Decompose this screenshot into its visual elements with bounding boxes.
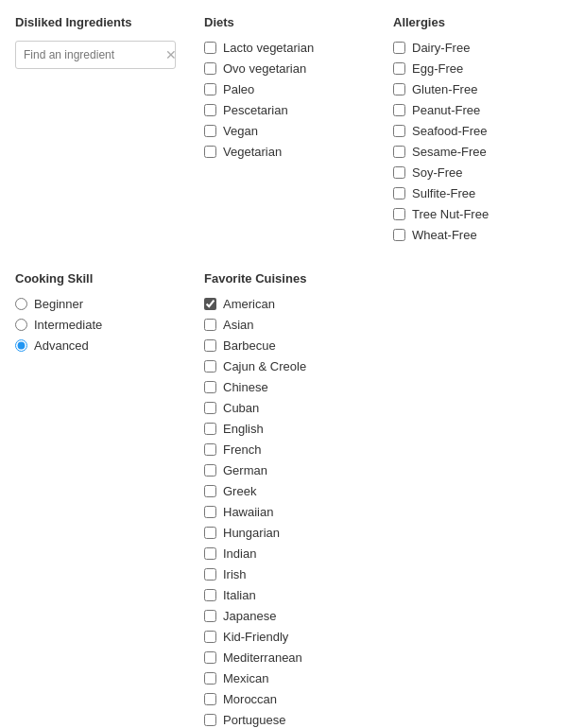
diet-checkbox-0[interactable]	[204, 42, 216, 54]
allergies-list: Dairy-FreeEgg-FreeGluten-FreePeanut-Free…	[393, 41, 567, 242]
diet-checkbox-3[interactable]	[204, 104, 216, 116]
list-item[interactable]: Advanced	[15, 338, 189, 353]
list-item[interactable]: French	[204, 442, 567, 457]
list-item[interactable]: Indian	[204, 546, 567, 561]
allergy-label-0: Dairy-Free	[412, 41, 470, 55]
allergy-checkbox-5[interactable]	[393, 146, 405, 158]
cuisine-checkbox-7[interactable]	[204, 443, 216, 456]
allergy-checkbox-0[interactable]	[393, 42, 405, 54]
ingredient-search-box[interactable]: ✕	[15, 41, 176, 69]
diet-checkbox-4[interactable]	[204, 125, 216, 137]
list-item[interactable]: Tree Nut-Free	[393, 207, 567, 221]
allergy-checkbox-3[interactable]	[393, 104, 405, 116]
list-item[interactable]: Italian	[204, 588, 567, 602]
list-item[interactable]: Lacto vegetarian	[204, 41, 378, 55]
list-item[interactable]: American	[204, 297, 567, 311]
list-item[interactable]: Hawaiian	[204, 505, 567, 519]
cuisine-checkbox-4[interactable]	[204, 381, 216, 393]
list-item[interactable]: Seafood-Free	[393, 124, 567, 138]
cuisine-checkbox-11[interactable]	[204, 527, 216, 539]
clear-search-icon[interactable]: ✕	[165, 47, 177, 62]
list-item[interactable]: Mediterranean	[204, 650, 567, 665]
list-item[interactable]: Soy-Free	[393, 165, 567, 180]
diet-label-1: Ovo vegetarian	[223, 61, 306, 76]
list-item[interactable]: Vegetarian	[204, 145, 378, 159]
diet-checkbox-5[interactable]	[204, 146, 216, 158]
list-item[interactable]: Barbecue	[204, 338, 567, 353]
skill-radio-intermediate[interactable]	[15, 319, 27, 331]
cuisine-checkbox-8[interactable]	[204, 464, 216, 477]
list-item[interactable]: Sesame-Free	[393, 145, 567, 159]
list-item[interactable]: Ovo vegetarian	[204, 61, 378, 76]
list-item[interactable]: Peanut-Free	[393, 103, 567, 117]
cuisine-checkbox-13[interactable]	[204, 568, 216, 581]
allergy-checkbox-9[interactable]	[393, 229, 405, 241]
list-item[interactable]: Irish	[204, 567, 567, 581]
list-item[interactable]: Mexican	[204, 671, 567, 685]
cuisine-checkbox-15[interactable]	[204, 610, 216, 622]
allergy-label-3: Peanut-Free	[412, 103, 480, 117]
list-item[interactable]: Greek	[204, 484, 567, 498]
cuisine-checkbox-20[interactable]	[204, 714, 216, 726]
list-item[interactable]: Beginner	[15, 297, 189, 311]
list-item[interactable]: Vegan	[204, 124, 378, 138]
list-item[interactable]: Wheat-Free	[393, 228, 567, 242]
allergy-checkbox-4[interactable]	[393, 125, 405, 137]
allergy-checkbox-2[interactable]	[393, 83, 405, 95]
allergy-label-4: Seafood-Free	[412, 124, 488, 138]
cuisine-checkbox-17[interactable]	[204, 651, 216, 664]
cuisine-checkbox-16[interactable]	[204, 631, 216, 643]
allergy-checkbox-6[interactable]	[393, 166, 405, 179]
list-item[interactable]: Chinese	[204, 380, 567, 394]
list-item[interactable]: Cajun & Creole	[204, 359, 567, 373]
cuisine-checkbox-0[interactable]	[204, 298, 216, 310]
list-item[interactable]: Portuguese	[204, 713, 567, 727]
list-item[interactable]: Japanese	[204, 609, 567, 623]
diets-title: Diets	[204, 15, 378, 29]
allergy-checkbox-8[interactable]	[393, 208, 405, 220]
diet-checkbox-2[interactable]	[204, 83, 216, 95]
list-item[interactable]: Pescetarian	[204, 103, 378, 117]
cuisine-checkbox-18[interactable]	[204, 672, 216, 685]
cuisine-label-8: German	[223, 463, 267, 477]
allergy-label-9: Wheat-Free	[412, 228, 477, 242]
allergy-label-6: Soy-Free	[412, 165, 462, 180]
cuisine-checkbox-3[interactable]	[204, 360, 216, 373]
cuisine-checkbox-9[interactable]	[204, 485, 216, 497]
allergy-label-2: Gluten-Free	[412, 82, 477, 96]
cuisine-checkbox-14[interactable]	[204, 589, 216, 601]
cuisine-label-19: Moroccan	[223, 692, 277, 706]
skill-label-advanced: Advanced	[34, 338, 89, 353]
list-item[interactable]: Egg-Free	[393, 61, 567, 76]
cuisine-checkbox-12[interactable]	[204, 547, 216, 560]
cuisine-checkbox-6[interactable]	[204, 423, 216, 435]
allergy-checkbox-7[interactable]	[393, 187, 405, 199]
list-item[interactable]: Sulfite-Free	[393, 186, 567, 200]
list-item[interactable]: Kid-Friendly	[204, 630, 567, 644]
list-item[interactable]: Cuban	[204, 401, 567, 415]
diet-checkbox-1[interactable]	[204, 62, 216, 75]
search-input[interactable]	[24, 48, 165, 61]
list-item[interactable]: Hungarian	[204, 526, 567, 540]
list-item[interactable]: Intermediate	[15, 318, 189, 332]
skill-radio-advanced[interactable]	[15, 339, 27, 352]
list-item[interactable]: Moroccan	[204, 692, 567, 706]
allergy-checkbox-1[interactable]	[393, 62, 405, 75]
cuisine-label-16: Kid-Friendly	[223, 630, 288, 644]
list-item[interactable]: German	[204, 463, 567, 477]
cuisine-checkbox-2[interactable]	[204, 339, 216, 352]
cuisine-label-12: Indian	[223, 546, 256, 561]
skill-radio-beginner[interactable]	[15, 298, 27, 310]
cuisine-checkbox-19[interactable]	[204, 693, 216, 705]
list-item[interactable]: Paleo	[204, 82, 378, 96]
list-item[interactable]: Asian	[204, 318, 567, 332]
cuisine-checkbox-1[interactable]	[204, 319, 216, 331]
cuisine-checkbox-5[interactable]	[204, 402, 216, 414]
cuisine-label-5: Cuban	[223, 401, 259, 415]
list-item[interactable]: English	[204, 422, 567, 436]
list-item[interactable]: Dairy-Free	[393, 41, 567, 55]
cuisine-checkbox-10[interactable]	[204, 506, 216, 518]
list-item[interactable]: Gluten-Free	[393, 82, 567, 96]
cuisine-label-7: French	[223, 442, 261, 457]
cuisine-label-9: Greek	[223, 484, 256, 498]
